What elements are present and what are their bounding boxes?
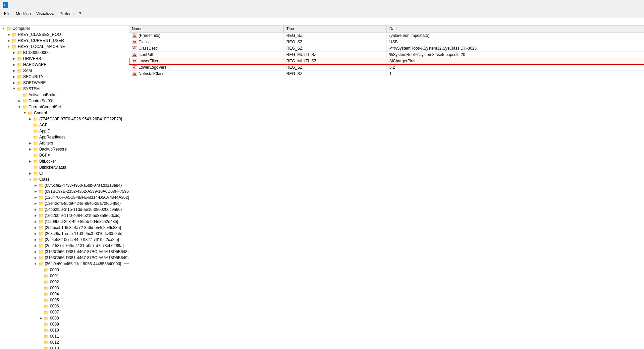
tree-toggle-sub12[interactable]: ▶	[33, 249, 38, 254]
tree-toggle-sub_0003[interactable]	[38, 285, 44, 291]
tree-item-sub6[interactable]: ▶📁{1ed2bbf9-11f0-4084-b21f-ad83a8e6dcdc}	[0, 213, 129, 219]
table-row[interactable]: abLowerLogoVersi...REG_SZ5.2	[129, 64, 644, 71]
tree-item-sub13[interactable]: ▶📁{3163C566-D381-4467-87BC-A65A18D5B649}	[0, 255, 129, 261]
tree-item-sub_0004[interactable]: 📁0004	[0, 291, 129, 297]
tree-item-sub9[interactable]: ▶📁{268c95a1-edfe-11d3-95c3-0010dc4050a5}	[0, 231, 129, 237]
tree-item-sub_0003[interactable]: 📁0003	[0, 285, 129, 291]
tree-toggle-target_key[interactable]: ▼	[33, 261, 38, 267]
tree-toggle-hkcu[interactable]: ▶	[6, 38, 11, 43]
tree-toggle-sub_0005[interactable]	[38, 297, 44, 303]
table-row[interactable]: abClassREG_SZUSB	[129, 39, 644, 45]
tree-item-bgfx[interactable]: 📁BGFX	[0, 152, 129, 158]
tree-toggle-sub_0002[interactable]	[38, 279, 44, 285]
menu-item-preferiti[interactable]: Preferiti	[57, 11, 76, 17]
tree-toggle-sub_0006[interactable]	[38, 303, 44, 309]
tree-item-sub12[interactable]: ▶📁{3163C566-D381-4467-87BC-A65A18D5B648}	[0, 249, 129, 255]
tree-toggle-sub_0004[interactable]	[38, 291, 44, 297]
tree-item-hklm_classes[interactable]: ▶📁HKEY_CLASSES_ROOT	[0, 32, 129, 38]
tree-item-hkcu[interactable]: ▶📁HKEY_CURRENT_USER	[0, 38, 129, 44]
tree-item-sub3[interactable]: ▶📁{1264760F-A5C8-4BFE-B314-D56A7B44A362}	[0, 194, 129, 200]
minimize-button[interactable]	[595, 0, 610, 10]
tree-toggle-sub10[interactable]: ▶	[33, 237, 38, 242]
tree-toggle-acpi[interactable]	[28, 122, 33, 128]
tree-item-drivers[interactable]: ▶📁DRIVERS	[0, 56, 129, 62]
tree-item-sub11[interactable]: ▶📁{2db15374-706e-4131-a0c7-d7c78eb0289a}	[0, 243, 129, 249]
tree-toggle-sub_0008[interactable]: ▶	[38, 315, 44, 321]
tree-item-sub_0005[interactable]: 📁0005	[0, 297, 129, 303]
tree-toggle-sub13[interactable]: ▶	[33, 255, 38, 260]
tree-toggle-sub6[interactable]: ▶	[33, 213, 38, 218]
tree-toggle-sub7[interactable]: ▶	[33, 219, 38, 224]
tree-toggle-bitlocker[interactable]: ▶	[28, 159, 33, 164]
tree-toggle-sub_0010[interactable]	[38, 328, 44, 333]
tree-item-bitlockerstatus[interactable]: 📁BitlockerStatus	[0, 164, 129, 170]
tree-item-ci[interactable]: ▶📁CI	[0, 170, 129, 176]
tree-toggle-hardware[interactable]: ▶	[11, 62, 17, 67]
tree-item-control[interactable]: ▼📁Control	[0, 110, 129, 116]
tree-item-activation[interactable]: 📁ActivationBroker	[0, 92, 129, 98]
tree-toggle-sub2[interactable]: ▶	[33, 189, 38, 194]
tree-toggle-bcd[interactable]: ▶	[11, 50, 17, 55]
tree-toggle-hklm_classes[interactable]: ▶	[6, 32, 11, 37]
tree-item-software[interactable]: ▶📁SOFTWARE	[0, 80, 129, 86]
tree-toggle-guid1[interactable]: ▶	[28, 116, 33, 122]
tree-item-arbiters[interactable]: ▶📁Arbiters	[0, 140, 129, 146]
tree-item-bcd[interactable]: ▶📁BCD00000000	[0, 50, 129, 56]
tree-item-sub_0011[interactable]: 📁0011	[0, 333, 129, 339]
tree-item-hklm[interactable]: ▼📁HKEY_LOCAL_MACHINE	[0, 44, 129, 50]
tree-item-sub8[interactable]: ▶📁{25dbce51-6c8f-4a72-8a6d-b54c2b4fc835}	[0, 225, 129, 231]
tree-toggle-drivers[interactable]: ▶	[11, 56, 17, 61]
tree-toggle-controlset001[interactable]: ▶	[17, 98, 22, 104]
tree-item-sub4[interactable]: ▶📁{13e42dfa-85d9-424d-8646-28a70f664f9c}	[0, 200, 129, 207]
tree-toggle-activation[interactable]	[17, 92, 22, 98]
tree-item-controlset001[interactable]: ▶📁ControlSet001	[0, 98, 129, 104]
tree-toggle-sub5[interactable]: ▶	[33, 207, 38, 212]
menu-item-file[interactable]: File	[1, 11, 13, 17]
menu-item-modifica[interactable]: Modifica	[13, 11, 34, 17]
tree-item-sub_0007[interactable]: 📁0007	[0, 309, 129, 315]
tree-toggle-software[interactable]: ▶	[11, 80, 17, 85]
tree-toggle-currentcontrolset[interactable]: ▼	[17, 104, 22, 110]
tree-toggle-sub8[interactable]: ▶	[33, 225, 38, 230]
tree-toggle-sub9[interactable]: ▶	[33, 231, 38, 236]
tree-item-target_key[interactable]: ▼📁{36fc9e60-c465-11cf-8056-444553540000}	[0, 261, 129, 267]
tree-toggle-appid[interactable]	[28, 128, 33, 134]
tree-toggle-sub_0011[interactable]	[38, 334, 44, 339]
tree-toggle-sam[interactable]: ▶	[11, 68, 17, 73]
tree-item-acpi[interactable]: 📁ACPI	[0, 122, 129, 128]
tree-item-security[interactable]: ▶📁SECURITY	[0, 74, 129, 80]
tree-toggle-appreadiness[interactable]	[28, 134, 33, 140]
tree-toggle-bitlockerstatus[interactable]	[28, 165, 33, 170]
tree-item-sub_0002[interactable]: 📁0002	[0, 279, 129, 285]
tree-item-sub1[interactable]: ▶📁{05f5cfe2-4733-4950-a6bb-07aad01a3a84}	[0, 182, 129, 188]
tree-item-sub5[interactable]: ▶📁{14b62f50-3f15-11dd-ae16-0800200c9a66}	[0, 207, 129, 213]
tree-panel[interactable]: ▼📁Computer▶📁HKEY_CLASSES_ROOT▶📁HKEY_CURR…	[0, 25, 129, 349]
table-row[interactable]: abClassDescREG_SZ@%SystemRoot%\System32\…	[129, 45, 644, 52]
tree-item-hardware[interactable]: ▶📁HARDWARE	[0, 62, 129, 68]
tree-item-appid[interactable]: 📁AppID	[0, 128, 129, 134]
tree-item-system[interactable]: ▼📁SYSTEM	[0, 86, 129, 92]
menu-item-?[interactable]: ?	[76, 11, 84, 17]
tree-toggle-security[interactable]: ▶	[11, 74, 17, 79]
tree-item-sub_0008[interactable]: ▶📁0008	[0, 315, 129, 321]
tree-toggle-system[interactable]: ▼	[11, 86, 17, 92]
tree-toggle-sub_0007[interactable]	[38, 309, 44, 315]
tree-toggle-backuprestore[interactable]: ▶	[28, 147, 33, 152]
tree-item-sub2[interactable]: ▶📁{091BC97E-2352-4362-A539-10A6D08FF7596…	[0, 188, 129, 194]
tree-toggle-sub_0009[interactable]	[38, 322, 44, 327]
tree-toggle-sub1[interactable]: ▶	[33, 183, 38, 188]
tree-item-sub_0013[interactable]: 📁0013	[0, 345, 129, 349]
tree-item-currentcontrolset[interactable]: ▼📁CurrentControlSet	[0, 104, 129, 110]
tree-item-sub_0012[interactable]: 📁0012	[0, 339, 129, 345]
menu-item-visualizza[interactable]: Visualizza	[34, 11, 57, 17]
tree-item-sub10[interactable]: ▶📁{2a9fe532-0cdc-44f9-9827-76192f2ca2fb}	[0, 237, 129, 243]
table-row[interactable]: abNoInstallClassREG_SZ1	[129, 71, 644, 77]
tree-toggle-sub_0001[interactable]	[38, 273, 44, 279]
close-button[interactable]	[626, 0, 641, 10]
tree-item-guid1[interactable]: ▶📁{7746D80F-97E0-4E26-9543-26B41FC22F79}	[0, 116, 129, 122]
tree-toggle-arbiters[interactable]: ▶	[28, 140, 33, 146]
table-row[interactable]: ab(Predefinito)REG_SZ(valore non imposta…	[129, 33, 644, 39]
tree-item-backuprestore[interactable]: ▶📁BackupRestore	[0, 146, 129, 152]
tree-toggle-sub3[interactable]: ▶	[33, 195, 38, 200]
tree-toggle-sub11[interactable]: ▶	[33, 243, 38, 248]
